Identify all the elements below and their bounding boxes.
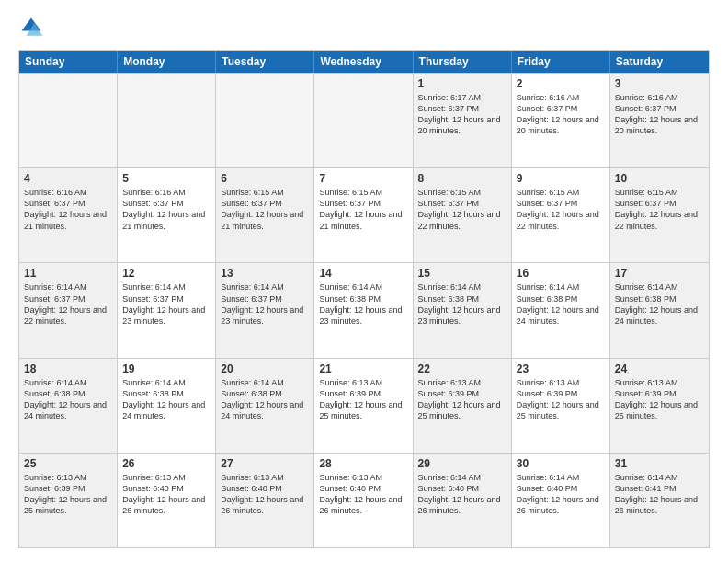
cell-info: Sunrise: 6:14 AMSunset: 6:40 PMDaylight:… <box>517 472 605 517</box>
day-number: 12 <box>122 267 210 280</box>
day-number: 1 <box>418 77 506 90</box>
cal-week-2: 11Sunrise: 6:14 AMSunset: 6:37 PMDayligh… <box>19 262 709 357</box>
cal-header-sunday: Sunday <box>19 51 118 73</box>
cal-header-thursday: Thursday <box>414 51 512 73</box>
cal-cell: 26Sunrise: 6:13 AMSunset: 6:40 PMDayligh… <box>118 454 216 547</box>
cal-cell: 16Sunrise: 6:14 AMSunset: 6:38 PMDayligh… <box>512 263 610 357</box>
cell-info: Sunrise: 6:15 AMSunset: 6:37 PMDaylight:… <box>221 187 309 232</box>
day-number: 15 <box>418 267 506 280</box>
cal-cell: 4Sunrise: 6:16 AMSunset: 6:37 PMDaylight… <box>19 168 118 262</box>
cal-cell: 18Sunrise: 6:14 AMSunset: 6:38 PMDayligh… <box>19 359 118 453</box>
day-number: 24 <box>615 362 704 375</box>
day-number: 11 <box>24 267 112 280</box>
cal-cell: 28Sunrise: 6:13 AMSunset: 6:40 PMDayligh… <box>314 454 413 547</box>
day-number: 8 <box>418 172 506 185</box>
day-number: 2 <box>517 77 605 90</box>
day-number: 7 <box>319 172 407 185</box>
cal-cell: 20Sunrise: 6:14 AMSunset: 6:38 PMDayligh… <box>216 359 314 453</box>
cell-info: Sunrise: 6:13 AMSunset: 6:39 PMDaylight:… <box>418 377 506 422</box>
cell-info: Sunrise: 6:17 AMSunset: 6:37 PMDaylight:… <box>418 92 506 137</box>
cal-cell: 30Sunrise: 6:14 AMSunset: 6:40 PMDayligh… <box>512 454 610 547</box>
cal-cell: 15Sunrise: 6:14 AMSunset: 6:38 PMDayligh… <box>414 263 512 357</box>
day-number: 21 <box>319 362 407 375</box>
day-number: 19 <box>122 362 210 375</box>
cal-header-tuesday: Tuesday <box>216 51 314 73</box>
cell-info: Sunrise: 6:13 AMSunset: 6:40 PMDaylight:… <box>221 472 309 517</box>
cal-cell: 24Sunrise: 6:13 AMSunset: 6:39 PMDayligh… <box>610 359 709 453</box>
cell-info: Sunrise: 6:13 AMSunset: 6:39 PMDaylight:… <box>24 472 112 517</box>
cell-info: Sunrise: 6:14 AMSunset: 6:38 PMDaylight:… <box>24 377 112 422</box>
cell-info: Sunrise: 6:15 AMSunset: 6:37 PMDaylight:… <box>517 187 605 232</box>
cell-info: Sunrise: 6:16 AMSunset: 6:37 PMDaylight:… <box>615 92 704 137</box>
cell-info: Sunrise: 6:14 AMSunset: 6:37 PMDaylight:… <box>221 282 309 327</box>
cell-info: Sunrise: 6:14 AMSunset: 6:37 PMDaylight:… <box>122 282 210 327</box>
day-number: 5 <box>122 172 210 185</box>
cal-cell: 17Sunrise: 6:14 AMSunset: 6:38 PMDayligh… <box>610 263 709 357</box>
cell-info: Sunrise: 6:14 AMSunset: 6:40 PMDaylight:… <box>418 472 506 517</box>
cal-header-saturday: Saturday <box>610 51 709 73</box>
cal-week-1: 4Sunrise: 6:16 AMSunset: 6:37 PMDaylight… <box>19 167 709 262</box>
cell-info: Sunrise: 6:13 AMSunset: 6:40 PMDaylight:… <box>319 472 407 517</box>
day-number: 18 <box>24 362 112 375</box>
cal-cell: 29Sunrise: 6:14 AMSunset: 6:40 PMDayligh… <box>414 454 512 547</box>
cal-cell <box>118 74 216 167</box>
cell-info: Sunrise: 6:14 AMSunset: 6:37 PMDaylight:… <box>24 282 112 327</box>
calendar: SundayMondayTuesdayWednesdayThursdayFrid… <box>18 50 710 548</box>
cal-cell: 6Sunrise: 6:15 AMSunset: 6:37 PMDaylight… <box>216 168 314 262</box>
cal-cell: 22Sunrise: 6:13 AMSunset: 6:39 PMDayligh… <box>414 359 512 453</box>
cal-cell: 1Sunrise: 6:17 AMSunset: 6:37 PMDaylight… <box>414 74 512 167</box>
day-number: 30 <box>517 457 605 470</box>
cal-cell: 8Sunrise: 6:15 AMSunset: 6:37 PMDaylight… <box>414 168 512 262</box>
day-number: 4 <box>24 172 112 185</box>
calendar-header-row: SundayMondayTuesdayWednesdayThursdayFrid… <box>19 51 709 73</box>
day-number: 20 <box>221 362 309 375</box>
cal-cell: 27Sunrise: 6:13 AMSunset: 6:40 PMDayligh… <box>216 454 314 547</box>
day-number: 22 <box>418 362 506 375</box>
day-number: 25 <box>24 457 112 470</box>
cell-info: Sunrise: 6:13 AMSunset: 6:40 PMDaylight:… <box>122 472 210 517</box>
page: SundayMondayTuesdayWednesdayThursdayFrid… <box>0 0 728 563</box>
cal-header-wednesday: Wednesday <box>314 51 413 73</box>
cell-info: Sunrise: 6:14 AMSunset: 6:38 PMDaylight:… <box>122 377 210 422</box>
cell-info: Sunrise: 6:14 AMSunset: 6:38 PMDaylight:… <box>615 282 704 327</box>
cell-info: Sunrise: 6:15 AMSunset: 6:37 PMDaylight:… <box>615 187 704 232</box>
cal-cell: 21Sunrise: 6:13 AMSunset: 6:39 PMDayligh… <box>314 359 413 453</box>
cal-cell: 25Sunrise: 6:13 AMSunset: 6:39 PMDayligh… <box>19 454 118 547</box>
day-number: 14 <box>319 267 407 280</box>
day-number: 28 <box>319 457 407 470</box>
day-number: 27 <box>221 457 309 470</box>
cell-info: Sunrise: 6:13 AMSunset: 6:39 PMDaylight:… <box>517 377 605 422</box>
cal-header-monday: Monday <box>118 51 216 73</box>
cal-cell: 13Sunrise: 6:14 AMSunset: 6:37 PMDayligh… <box>216 263 314 357</box>
cell-info: Sunrise: 6:16 AMSunset: 6:37 PMDaylight:… <box>24 187 112 232</box>
cell-info: Sunrise: 6:14 AMSunset: 6:38 PMDaylight:… <box>319 282 407 327</box>
cal-cell: 7Sunrise: 6:15 AMSunset: 6:37 PMDaylight… <box>314 168 413 262</box>
cell-info: Sunrise: 6:13 AMSunset: 6:39 PMDaylight:… <box>319 377 407 422</box>
cal-cell: 19Sunrise: 6:14 AMSunset: 6:38 PMDayligh… <box>118 359 216 453</box>
logo <box>18 15 48 40</box>
cal-cell: 31Sunrise: 6:14 AMSunset: 6:41 PMDayligh… <box>610 454 709 547</box>
cal-cell: 9Sunrise: 6:15 AMSunset: 6:37 PMDaylight… <box>512 168 610 262</box>
day-number: 26 <box>122 457 210 470</box>
cal-cell: 2Sunrise: 6:16 AMSunset: 6:37 PMDaylight… <box>512 74 610 167</box>
cell-info: Sunrise: 6:14 AMSunset: 6:38 PMDaylight:… <box>221 377 309 422</box>
cal-cell: 11Sunrise: 6:14 AMSunset: 6:37 PMDayligh… <box>19 263 118 357</box>
cal-cell: 5Sunrise: 6:16 AMSunset: 6:37 PMDaylight… <box>118 168 216 262</box>
cell-info: Sunrise: 6:14 AMSunset: 6:41 PMDaylight:… <box>615 472 704 517</box>
cal-cell: 3Sunrise: 6:16 AMSunset: 6:37 PMDaylight… <box>610 74 709 167</box>
cell-info: Sunrise: 6:15 AMSunset: 6:37 PMDaylight:… <box>418 187 506 232</box>
day-number: 23 <box>517 362 605 375</box>
cell-info: Sunrise: 6:14 AMSunset: 6:38 PMDaylight:… <box>517 282 605 327</box>
cal-cell <box>216 74 314 167</box>
day-number: 10 <box>615 172 704 185</box>
cal-cell <box>19 74 118 167</box>
day-number: 6 <box>221 172 309 185</box>
cal-cell: 12Sunrise: 6:14 AMSunset: 6:37 PMDayligh… <box>118 263 216 357</box>
cell-info: Sunrise: 6:16 AMSunset: 6:37 PMDaylight:… <box>517 92 605 137</box>
cal-week-4: 25Sunrise: 6:13 AMSunset: 6:39 PMDayligh… <box>19 453 709 547</box>
cal-week-3: 18Sunrise: 6:14 AMSunset: 6:38 PMDayligh… <box>19 358 709 453</box>
cal-cell <box>314 74 413 167</box>
cell-info: Sunrise: 6:14 AMSunset: 6:38 PMDaylight:… <box>418 282 506 327</box>
day-number: 31 <box>615 457 704 470</box>
calendar-body: 1Sunrise: 6:17 AMSunset: 6:37 PMDaylight… <box>19 73 709 547</box>
